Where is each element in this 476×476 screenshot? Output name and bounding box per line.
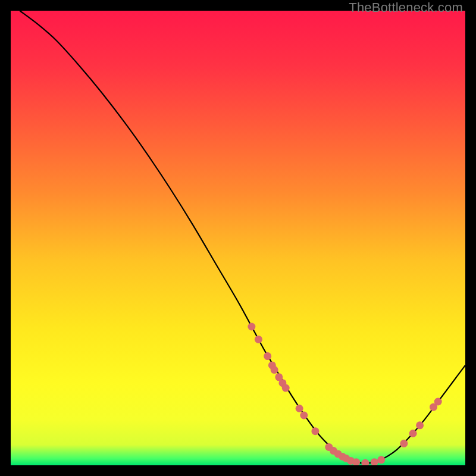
data-marker: [400, 440, 408, 447]
gradient-background: [11, 11, 465, 465]
data-marker: [248, 323, 255, 331]
data-marker: [264, 352, 271, 360]
data-marker: [409, 430, 417, 437]
data-marker: [271, 366, 278, 374]
data-marker: [311, 427, 319, 435]
data-marker: [296, 405, 303, 412]
bottleneck-chart: [11, 11, 465, 465]
chart-frame: [11, 11, 465, 465]
data-marker: [377, 456, 385, 464]
data-marker: [416, 421, 424, 429]
watermark-text: TheBottleneck.com: [349, 0, 463, 15]
data-marker: [282, 384, 290, 392]
data-marker: [255, 336, 262, 343]
data-marker: [434, 398, 442, 406]
data-marker: [300, 412, 308, 419]
